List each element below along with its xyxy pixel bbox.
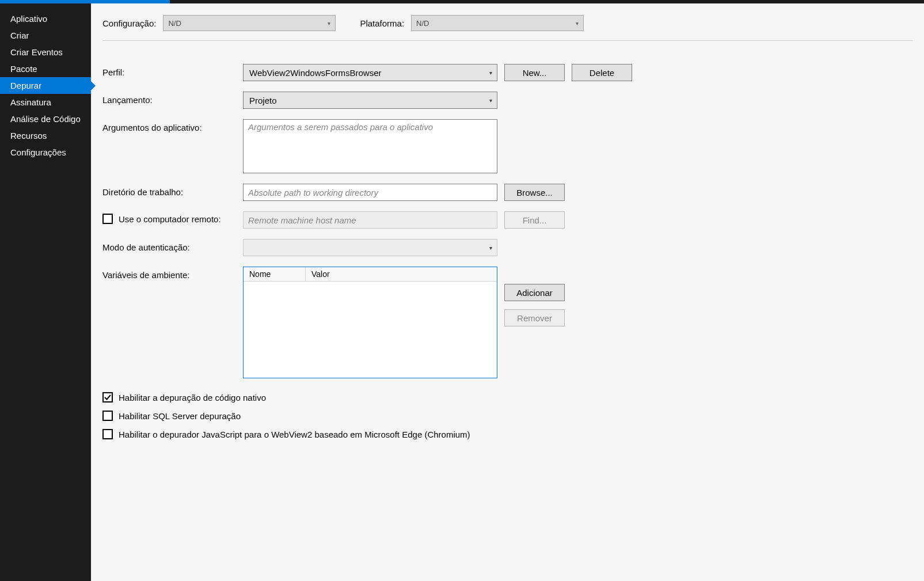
sidebar-item-debug[interactable]: Depurar bbox=[0, 77, 91, 94]
configuration-label: Configuração: bbox=[102, 18, 156, 28]
chevron-down-icon: ▾ bbox=[576, 20, 579, 26]
js-debug-checkbox[interactable] bbox=[102, 429, 113, 439]
find-button: Find... bbox=[504, 211, 565, 229]
platform-label: Plataforma: bbox=[360, 18, 404, 28]
sidebar-item-label: Pacote bbox=[10, 64, 37, 74]
remote-host-input bbox=[243, 211, 497, 229]
profile-value: WebView2WindowsFormsBrowser bbox=[249, 68, 382, 78]
add-env-button[interactable]: Adicionar bbox=[504, 284, 565, 301]
sql-debug-label: Habilitar SQL Server depuração bbox=[119, 411, 241, 421]
workdir-input[interactable] bbox=[243, 184, 497, 201]
sidebar-item-label: Aplicativo bbox=[10, 14, 47, 24]
sidebar-item-build[interactable]: Criar bbox=[0, 27, 91, 44]
use-remote-label: Use o computador remoto: bbox=[119, 214, 221, 224]
workdir-label: Diretório de trabalho: bbox=[102, 184, 243, 197]
app-args-label: Argumentos do aplicativo: bbox=[102, 119, 243, 132]
env-col-name: Nome bbox=[244, 267, 306, 281]
configuration-value: N/D bbox=[168, 19, 181, 28]
sidebar-item-label: Recursos bbox=[10, 131, 47, 140]
sidebar-item-label: Criar Eventos bbox=[10, 47, 63, 57]
env-col-value: Valor bbox=[306, 267, 497, 281]
native-debug-checkbox[interactable] bbox=[102, 392, 113, 402]
browse-button[interactable]: Browse... bbox=[504, 184, 565, 201]
sidebar-item-label: Depurar bbox=[10, 81, 41, 90]
native-debug-label: Habilitar a depuração de código nativo bbox=[119, 393, 266, 402]
chevron-down-icon: ▾ bbox=[489, 97, 492, 104]
sidebar-item-settings[interactable]: Configurações bbox=[0, 144, 91, 161]
sidebar-item-label: Assinatura bbox=[10, 97, 51, 107]
chevron-down-icon: ▾ bbox=[489, 245, 492, 251]
sidebar-item-label: Configurações bbox=[10, 147, 66, 157]
sidebar-item-label: Análise de Código bbox=[10, 114, 81, 124]
sidebar-item-build-events[interactable]: Criar Eventos bbox=[0, 44, 91, 60]
platform-combo[interactable]: N/D ▾ bbox=[411, 15, 584, 31]
js-debug-label: Habilitar o depurador JavaScript para o … bbox=[119, 430, 470, 439]
chevron-down-icon: ▾ bbox=[489, 70, 492, 76]
auth-mode-label: Modo de autenticação: bbox=[102, 239, 243, 252]
config-bar: Configuração: N/D ▾ Plataforma: N/D ▾ bbox=[102, 15, 912, 41]
content-pane: Configuração: N/D ▾ Plataforma: N/D ▾ Pe… bbox=[91, 3, 924, 581]
use-remote-checkbox[interactable] bbox=[102, 214, 113, 224]
profile-label: Perfil: bbox=[102, 64, 243, 77]
auth-mode-select: ▾ bbox=[243, 239, 497, 256]
app-args-textarea[interactable] bbox=[243, 119, 497, 173]
sidebar-item-package[interactable]: Pacote bbox=[0, 60, 91, 77]
sidebar-item-application[interactable]: Aplicativo bbox=[0, 10, 91, 27]
env-vars-label: Variáveis de ambiente: bbox=[102, 267, 243, 280]
launch-value: Projeto bbox=[249, 96, 277, 105]
remove-env-button: Remover bbox=[504, 309, 565, 326]
launch-select[interactable]: Projeto ▾ bbox=[243, 92, 497, 109]
delete-profile-button[interactable]: Delete bbox=[572, 64, 632, 81]
new-profile-button[interactable]: New... bbox=[504, 64, 565, 81]
sidebar-item-signing[interactable]: Assinatura bbox=[0, 94, 91, 111]
sql-debug-checkbox[interactable] bbox=[102, 411, 113, 421]
sidebar: Aplicativo Criar Criar Eventos Pacote De… bbox=[0, 3, 91, 581]
launch-label: Lançamento: bbox=[102, 92, 243, 105]
platform-value: N/D bbox=[416, 19, 429, 28]
env-vars-grid[interactable]: Nome Valor bbox=[243, 267, 497, 378]
configuration-combo[interactable]: N/D ▾ bbox=[163, 15, 336, 31]
sidebar-item-label: Criar bbox=[10, 31, 29, 40]
sidebar-item-resources[interactable]: Recursos bbox=[0, 127, 91, 144]
sidebar-item-code-analysis[interactable]: Análise de Código bbox=[0, 111, 91, 127]
chevron-down-icon: ▾ bbox=[328, 20, 330, 26]
profile-select[interactable]: WebView2WindowsFormsBrowser ▾ bbox=[243, 64, 497, 81]
